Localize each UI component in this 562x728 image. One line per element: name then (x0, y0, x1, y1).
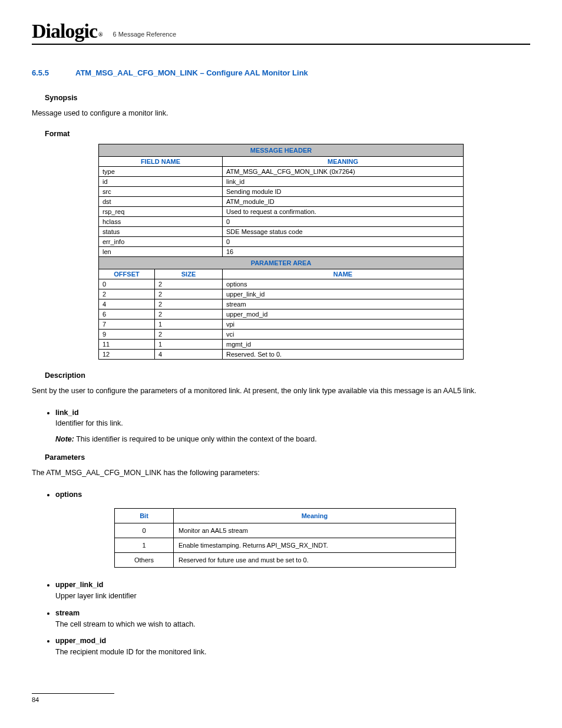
table-row: srcSending module ID (99, 186, 464, 196)
size-cell: 2 (155, 299, 223, 309)
upper-link-id-head: upper_link_id (55, 581, 103, 589)
meaning-cell: 16 (223, 246, 464, 256)
meaning-cell: ATM_MSG_AAL_CFG_MON_LINK (0x7264) (223, 166, 464, 176)
offset-cell: 2 (99, 289, 155, 299)
parameters-intro: The ATM_MSG_AAL_CFG_MON_LINK has the fol… (32, 467, 530, 479)
name-cell: Reserved. Set to 0. (223, 349, 464, 359)
synopsis-text: Message used to configure a monitor link… (32, 108, 530, 119)
field-name-col: FIELD NAME (99, 156, 223, 166)
section-title: ATM_MSG_AAL_CFG_MON_LINK – Configure AAL… (75, 68, 308, 77)
section-heading: 6.5.5 ATM_MSG_AAL_CFG_MON_LINK – Configu… (32, 68, 530, 77)
offset-cell: 6 (99, 309, 155, 319)
offset-cell: 12 (99, 349, 155, 359)
bit-cell: 0 (115, 523, 174, 538)
name-col: NAME (223, 269, 464, 279)
size-cell: 2 (155, 329, 223, 339)
table-row: dstATM_module_ID (99, 196, 464, 206)
header-rule (32, 44, 530, 45)
opt-meaning-col: Meaning (174, 509, 456, 523)
offset-cell: 0 (99, 279, 155, 289)
table-row: statusSDE Message status code (99, 226, 464, 236)
field-cell: hclass (99, 216, 223, 226)
note-line: Note: This identifier is required to be … (55, 434, 530, 445)
size-cell: 1 (155, 319, 223, 329)
offset-cell: 4 (99, 299, 155, 309)
footer-rule (32, 693, 114, 694)
field-cell: err_info (99, 236, 223, 246)
upper-mod-id-text: The recipient module ID for the monitore… (55, 648, 206, 656)
size-cell: 2 (155, 309, 223, 319)
name-cell: vpi (223, 319, 464, 329)
table-row: 0Monitor an AAL5 stream (115, 523, 456, 538)
link-id-item: link_id Identifier for this link. Note: … (55, 407, 530, 445)
page-number: 84 (32, 696, 530, 703)
offset-cell: 9 (99, 329, 155, 339)
stream-head: stream (55, 609, 80, 617)
table-row: idlink_id (99, 176, 464, 186)
opt-meaning-cell: Reserved for future use and must be set … (174, 553, 456, 568)
size-cell: 1 (155, 339, 223, 349)
stream-item: stream The cell stream to which we wish … (55, 608, 530, 630)
message-header-band: MESSAGE HEADER (99, 144, 464, 156)
options-head: options (55, 490, 82, 499)
upper-link-id-item: upper_link_id Upper layer link identifie… (55, 579, 530, 602)
parameter-area-band: PARAMETER AREA (99, 256, 464, 269)
section-number: 6.5.5 (32, 68, 75, 77)
format-heading: Format (45, 130, 530, 138)
table-row: len16 (99, 246, 464, 256)
offset-col: OFFSET (99, 269, 155, 279)
meaning-cell: SDE Message status code (223, 226, 464, 236)
note-text: This identifier is required to be unique… (76, 435, 317, 443)
table-row: OthersReserved for future use and must b… (115, 553, 456, 568)
size-cell: 4 (155, 349, 223, 359)
meaning-cell: Sending module ID (223, 186, 464, 196)
table-row: 111mgmt_id (99, 339, 464, 349)
description-text: Sent by the user to configure the parame… (32, 386, 530, 397)
meaning-cell: Used to request a confirmation. (223, 206, 464, 216)
size-cell: 2 (155, 279, 223, 289)
table-row: rsp_reqUsed to request a confirmation. (99, 206, 464, 216)
table-row: 62upper_mod_id (99, 309, 464, 319)
upper-mod-id-item: upper_mod_id The recipient module ID for… (55, 635, 530, 658)
field-cell: len (99, 246, 223, 256)
bit-col: Bit (115, 509, 174, 523)
offset-cell: 7 (99, 319, 155, 329)
table-row: 02options (99, 279, 464, 289)
size-col: SIZE (155, 269, 223, 279)
upper-link-id-text: Upper layer link identifier (55, 592, 137, 600)
table-row: 42stream (99, 299, 464, 309)
size-cell: 2 (155, 289, 223, 299)
table-row: 71vpi (99, 319, 464, 329)
logo: Dialogic® (32, 21, 102, 41)
chapter-label: 6 Message Reference (113, 31, 530, 41)
field-cell: type (99, 166, 223, 176)
table-row: hclass0 (99, 216, 464, 226)
name-cell: upper_link_id (223, 289, 464, 299)
field-cell: dst (99, 196, 223, 206)
synopsis-heading: Synopsis (45, 94, 530, 102)
table-row: err_info0 (99, 236, 464, 246)
field-cell: status (99, 226, 223, 236)
note-label: Note: (55, 435, 74, 443)
field-cell: rsp_req (99, 206, 223, 216)
link-id-text: Identifier for this link. (55, 419, 123, 427)
name-cell: mgmt_id (223, 339, 464, 349)
bit-cell: 1 (115, 538, 174, 553)
table-row: typeATM_MSG_AAL_CFG_MON_LINK (0x7264) (99, 166, 464, 176)
link-id-head: link_id (55, 409, 79, 417)
name-cell: stream (223, 299, 464, 309)
logo-reg: ® (98, 31, 102, 38)
field-cell: src (99, 186, 223, 196)
name-cell: upper_mod_id (223, 309, 464, 319)
parameters-bullets-2: upper_link_id Upper layer link identifie… (45, 579, 530, 658)
opt-meaning-cell: Monitor an AAL5 stream (174, 523, 456, 538)
opt-meaning-cell: Enable timestamping. Returns API_MSG_RX_… (174, 538, 456, 553)
description-heading: Description (45, 371, 530, 380)
meaning-cell: ATM_module_ID (223, 196, 464, 206)
meaning-col: MEANING (223, 156, 464, 166)
description-bullets: link_id Identifier for this link. Note: … (45, 407, 530, 445)
page-header: Dialogic® 6 Message Reference (32, 21, 530, 41)
table-row: 124Reserved. Set to 0. (99, 349, 464, 359)
offset-cell: 11 (99, 339, 155, 349)
message-table: MESSAGE HEADER FIELD NAME MEANING typeAT… (98, 144, 464, 360)
